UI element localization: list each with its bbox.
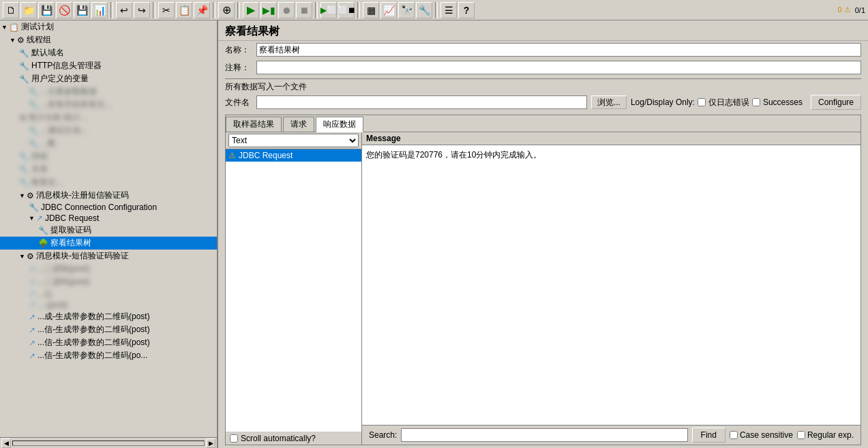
scroll-left-button[interactable]: ◀ bbox=[1, 438, 11, 448]
scroll-right-button[interactable]: ▶ bbox=[206, 438, 215, 448]
run-all-button[interactable]: ▶▮ bbox=[260, 2, 277, 18]
tree-item-blur6[interactable]: 🔧 持续 bbox=[0, 150, 217, 163]
help-button[interactable]: ? bbox=[458, 2, 475, 18]
tree-label-blur8: 恢复在... bbox=[31, 177, 63, 188]
run-button[interactable]: ▶ bbox=[243, 2, 259, 18]
left-panel: ▼ 📋 测试计划 ▼ ⚙ 线程组 🔧 默认域名 🔧 HTTP信息头管理器 bbox=[0, 20, 218, 448]
list-item-icon: ⚠ bbox=[228, 151, 236, 160]
open-button[interactable]: 📁 bbox=[20, 2, 37, 18]
copy-button[interactable]: 📋 bbox=[176, 2, 192, 18]
list-item-label: JDBC Request bbox=[239, 151, 293, 160]
detail-header: Message bbox=[362, 132, 860, 145]
blur8-icon: 🔧 bbox=[19, 178, 29, 188]
tree-label-qr2: ...信-生成带参数的二维码(post) bbox=[38, 324, 150, 335]
tree-item-qr3[interactable]: ↗ ...信-生成带参数的二维码(post) bbox=[0, 336, 217, 349]
tree-item-defaultdomain[interactable]: 🔧 默认域名 bbox=[0, 46, 217, 59]
results-count: 0/1 bbox=[855, 6, 865, 14]
browse-button[interactable]: 浏览... bbox=[591, 95, 627, 109]
qr3-icon: ↗ bbox=[29, 338, 35, 348]
search-label: Search: bbox=[369, 430, 397, 440]
remote-run-button[interactable]: ▶⬜ bbox=[320, 2, 337, 18]
log-display-section: Log/Display Only: 仅日志错误 Successes bbox=[631, 97, 803, 108]
tree-item-qr1[interactable]: ↗ ...成-生成带参数的二维码(post) bbox=[0, 310, 217, 323]
file-input[interactable] bbox=[256, 95, 587, 109]
successes-label: Successes bbox=[763, 98, 803, 107]
error-button[interactable]: 🚫 bbox=[56, 2, 72, 18]
filter-select[interactable]: Text RegExp Tester CSS/JQuery JSON Path … bbox=[228, 134, 359, 147]
tree-label-qr3: ...信-生成带参数的二维码(post) bbox=[38, 337, 150, 348]
search-input[interactable] bbox=[401, 428, 687, 442]
tree-item-msgmodule1[interactable]: ▼ ⚙ 消息模块-注册短信验证码 bbox=[0, 189, 217, 202]
cut-button[interactable]: ✂ bbox=[158, 2, 175, 18]
tree-item-blur3[interactable]: ⚙ 统计分析-统计... bbox=[0, 111, 217, 124]
regular-exp-checkbox[interactable] bbox=[797, 431, 805, 439]
tree-label-blur7: 关系 bbox=[31, 164, 48, 175]
tree-item-jdbc-config[interactable]: 🔧 JDBC Connection Configuration bbox=[0, 202, 217, 213]
chart-button[interactable]: 📈 bbox=[380, 2, 397, 18]
expand-button[interactable]: ⊕ bbox=[218, 2, 235, 18]
tree-item-qr2[interactable]: ↗ ...信-生成带参数的二维码(post) bbox=[0, 323, 217, 336]
error-only-checkbox[interactable] bbox=[698, 98, 706, 106]
result-tree-icon: 🌳 bbox=[38, 239, 48, 248]
tree-label-msgmodule1: 消息模块-注册短信验证码 bbox=[36, 190, 129, 201]
scroll-auto-label: Scroll automatically? bbox=[241, 434, 316, 443]
tree-item-blur5[interactable]: 🔧 ...数 bbox=[0, 137, 217, 150]
tree-item-blur4[interactable]: 🔧 ...测试主动... bbox=[0, 124, 217, 137]
tool-button[interactable]: 🔧 bbox=[416, 2, 432, 18]
tree-item-sub2[interactable]: ↗ ...二进码(post) bbox=[0, 275, 217, 288]
remote-stop-button[interactable]: ⬜⏹ bbox=[338, 2, 355, 18]
tree-item-sub4[interactable]: ↗ ....(post) bbox=[0, 299, 217, 310]
tab-response[interactable]: 响应数据 bbox=[316, 117, 363, 132]
case-sensitive-checkbox[interactable] bbox=[730, 431, 738, 439]
tree-item-httpheader[interactable]: 🔧 HTTP信息头管理器 bbox=[0, 59, 217, 72]
tree-label-result-tree: 察看结果树 bbox=[50, 237, 91, 249]
name-input[interactable] bbox=[256, 43, 861, 57]
stop-button[interactable]: ⏺ bbox=[278, 2, 295, 18]
undo-button[interactable]: ↩ bbox=[116, 2, 132, 18]
blur2-icon: 🔧 bbox=[29, 100, 39, 110]
table-button[interactable]: ▦ bbox=[363, 2, 379, 18]
tree-item-uservars[interactable]: 🔧 用户定义的变量 bbox=[0, 72, 217, 85]
sub1-icon: ↗ bbox=[29, 265, 35, 274]
file-row: 文件名 浏览... Log/Display Only: 仅日志错误 Succes… bbox=[225, 95, 861, 110]
comment-input[interactable] bbox=[256, 61, 861, 74]
save-button[interactable]: 💾 bbox=[38, 2, 55, 18]
jdbc-request-icon: ↗ bbox=[36, 213, 43, 223]
find-button[interactable]: Find bbox=[692, 428, 725, 443]
tree-item-result-tree[interactable]: 🌳 察看结果树 bbox=[0, 237, 217, 250]
tree-item-qr4[interactable]: ↗ ...信-生成带参数的二维码(po... bbox=[0, 349, 217, 362]
tree-item-blur7[interactable]: 🔧 关系 bbox=[0, 163, 217, 176]
list-button[interactable]: ☰ bbox=[440, 2, 457, 18]
tree-item-extract[interactable]: 🔧 提取验证码 bbox=[0, 224, 217, 237]
comment-row: 注释： bbox=[218, 59, 868, 76]
scroll-auto-checkbox[interactable] bbox=[230, 434, 238, 443]
qr2-icon: ↗ bbox=[29, 325, 35, 335]
tree-item-sub3[interactable]: ↗ ...1) bbox=[0, 288, 217, 299]
tree-item-jdbc-request[interactable]: ▼ ↗ JDBC Request bbox=[0, 213, 217, 224]
tree-item-testplan[interactable]: ▼ 📋 测试计划 bbox=[0, 20, 217, 33]
binoculars-button[interactable]: 🔭 bbox=[398, 2, 415, 18]
tree-item-blur1[interactable]: 🔧 ...主要参数数据 bbox=[0, 85, 217, 98]
list-content: ⚠ JDBC Request bbox=[226, 149, 361, 432]
tab-sampler[interactable]: 取样器结果 bbox=[226, 117, 282, 132]
paste-button[interactable]: 📌 bbox=[194, 2, 210, 18]
report-button[interactable]: 📊 bbox=[91, 2, 108, 18]
test-plan-tree[interactable]: ▼ 📋 测试计划 ▼ ⚙ 线程组 🔧 默认域名 🔧 HTTP信息头管理器 bbox=[0, 20, 217, 437]
list-item-jdbc-request[interactable]: ⚠ JDBC Request bbox=[226, 149, 361, 162]
redo-button[interactable]: ↪ bbox=[134, 2, 150, 18]
tree-item-blur2[interactable]: 🔧 ...所有开的所有主... bbox=[0, 98, 217, 111]
tree-item-msgmodule2[interactable]: ▼ ⚙ 消息模块-短信验证码验证 bbox=[0, 250, 217, 263]
msgmodule1-icon: ⚙ bbox=[27, 191, 34, 200]
tree-item-threadgroup[interactable]: ▼ ⚙ 线程组 bbox=[0, 33, 217, 46]
tree-label-qr1: ...成-生成带参数的二维码(post) bbox=[38, 311, 150, 323]
successes-checkbox[interactable] bbox=[752, 98, 760, 106]
blur1-icon: 🔧 bbox=[29, 87, 39, 97]
tree-label-httpheader: HTTP信息头管理器 bbox=[31, 60, 102, 72]
tree-item-blur8[interactable]: 🔧 恢复在... bbox=[0, 176, 217, 189]
tab-request[interactable]: 请求 bbox=[283, 117, 314, 132]
tree-item-sub1[interactable]: ↗ ...二进制(post) bbox=[0, 263, 217, 275]
save2-button[interactable]: 💾 bbox=[74, 2, 90, 18]
configure-button[interactable]: Configure bbox=[811, 95, 861, 110]
stop-all-button[interactable]: ⏹ bbox=[296, 2, 312, 18]
new-button[interactable]: 🗋 bbox=[3, 2, 19, 18]
